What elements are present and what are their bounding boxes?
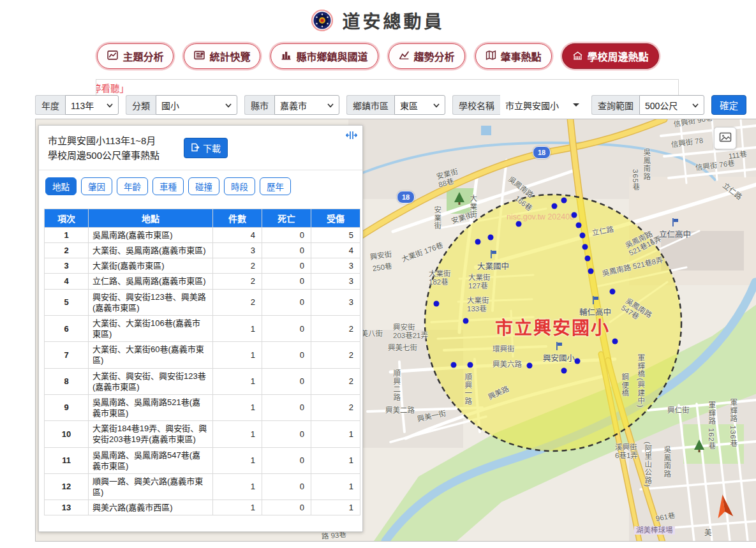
column-header: 死亡 — [262, 209, 311, 228]
accident-dot — [516, 221, 522, 227]
cell-value: 1 — [213, 500, 262, 515]
cell-rank: 12 — [45, 473, 89, 500]
nav-button-hotspot[interactable]: 肇事熱點 — [475, 43, 552, 69]
filter-label: 鄉鎮市區 — [346, 95, 394, 115]
street-label: 大業街 127巷 — [468, 274, 491, 290]
school-poi-label: 立仁高中 — [659, 228, 691, 240]
cell-location: 立仁路、吳鳳南路(嘉義市東區) — [89, 274, 213, 289]
panel-collapse-button[interactable] — [345, 130, 359, 143]
cell-value: 2 — [213, 258, 262, 274]
school-flag-icon — [543, 341, 575, 351]
accident-dot — [582, 244, 588, 250]
table-scroll-area[interactable]: 項次地點件數死亡受傷 1吳鳳南路(嘉義市東區)4052大業街、吳鳳南路(嘉義市東… — [44, 209, 361, 530]
cell-value: 0 — [262, 342, 311, 368]
nav-label: 統計快覽 — [209, 48, 250, 64]
filter-category-select[interactable]: 國小 — [156, 95, 237, 115]
map-icon — [485, 50, 496, 63]
page-header: 道安總動員 — [0, 5, 756, 36]
page-footer: 資料說明： 1. 學校周邊肇事熱點其事故案件並非僅該校學生，乃包含其餘一般民眾。 — [35, 542, 361, 548]
chevron-down-icon — [433, 100, 440, 110]
cell-location: 大業街、吳鳳南路(嘉義市東區) — [89, 243, 213, 258]
route-shield: 18 — [533, 146, 551, 159]
street-label: 大業街 133巷 — [467, 297, 489, 313]
tab-年齡[interactable]: 年齡 — [117, 177, 148, 195]
tab-時段[interactable]: 時段 — [224, 177, 255, 195]
street-label: 興美七街 — [388, 344, 417, 352]
basemap-toggle-button[interactable] — [714, 127, 736, 149]
street-label: 環興街 — [493, 345, 515, 353]
chevron-down-icon — [692, 100, 699, 110]
school-flag-icon — [659, 218, 691, 227]
accident-dot — [561, 368, 567, 374]
accident-dot — [580, 233, 586, 239]
cell-rank: 1 — [45, 228, 89, 243]
nav-button-stats[interactable]: 統計快覽 — [184, 43, 260, 69]
tab-車種[interactable]: 車種 — [152, 177, 184, 195]
filter-year: 年度113年 — [35, 95, 119, 115]
cell-value: 3 — [311, 274, 360, 289]
table-row: 8大業街、興安街、興安街123巷(嘉義市東區)102 — [45, 368, 360, 394]
results-panel: 市立興安國小113年1~8月 學校周邊500公尺肇事熱點 下載 地點肇因年齡車種… — [38, 125, 363, 532]
cell-value: 0 — [262, 421, 311, 447]
filter-label: 查詢範圍 — [591, 95, 639, 115]
filter-label: 縣市 — [244, 95, 274, 115]
filter-school-dropdown[interactable]: 市立興安國小 — [500, 95, 584, 115]
school-poi-label: 大業國中 — [477, 260, 509, 272]
school-icon — [572, 50, 583, 63]
street-label: 軍輝路 136巷 — [729, 399, 737, 447]
cell-value: 2 — [213, 274, 262, 289]
app: 道安總動員 主題分析統計快覽縣市鄉鎮與國道趨勢分析肇事熱點學校周邊熱點 停看聽」… — [0, 0, 756, 548]
cell-value: 2 — [311, 368, 360, 394]
cell-value: 2 — [213, 289, 262, 315]
column-header: 地點 — [89, 209, 213, 228]
tab-歷年[interactable]: 歷年 — [260, 177, 291, 195]
accident-dot — [610, 289, 616, 295]
cell-value: 0 — [262, 243, 311, 258]
tab-碰撞[interactable]: 碰撞 — [188, 177, 219, 195]
cell-location: 大業街、興安街、興安街123巷(嘉義市東區) — [89, 368, 213, 394]
cell-value: 1 — [213, 368, 262, 394]
street-label: 吳鳳南路 — [642, 149, 650, 181]
filter-district-select[interactable]: 東區 — [394, 95, 445, 115]
cell-value: 0 — [262, 473, 311, 500]
tab-地點[interactable]: 地點 — [45, 177, 77, 195]
cell-value: 1 — [213, 447, 262, 473]
cell-value: 1 — [213, 473, 262, 500]
cell-value: 1 — [311, 421, 360, 447]
nav-label: 學校周邊熱點 — [588, 48, 649, 64]
tab-肇因[interactable]: 肇因 — [81, 177, 112, 195]
nav-button-theme[interactable]: 主題分析 — [97, 43, 174, 69]
download-button[interactable]: 下載 — [184, 138, 228, 158]
main-nav: 主題分析統計快覽縣市鄉鎮與國道趨勢分析肇事熱點學校周邊熱點 — [0, 43, 756, 69]
filter-bar: 年度113年分類國小縣市嘉義市鄉鎮市區東區學校名稱市立興安國小查詢範圍500公尺… — [35, 95, 746, 115]
table-row: 1吳鳳南路(嘉義市東區)405 — [45, 228, 360, 243]
school-flag-icon — [579, 295, 611, 305]
filter-county-select[interactable]: 嘉義市 — [274, 95, 339, 115]
filter-value: 東區 — [400, 99, 418, 112]
table-row: 12順興一路、興美六路(嘉義市東區)101 — [45, 473, 360, 500]
announcement-marquee: 停看聽」 — [96, 79, 679, 95]
accident-dot — [572, 212, 577, 218]
filter-county: 縣市嘉義市 — [244, 95, 339, 115]
cell-rank: 7 — [45, 342, 89, 368]
filter-value: 國小 — [161, 99, 179, 112]
table-row: 11吳鳳南路、吳鳳南路547巷(嘉義市東區)101 — [45, 447, 360, 473]
filter-category: 分類國小 — [126, 95, 237, 115]
nav-button-school[interactable]: 學校周邊熱點 — [562, 43, 659, 69]
filter-range-select[interactable]: 500公尺 — [639, 95, 704, 115]
cell-rank: 13 — [45, 500, 89, 515]
filter-value: 嘉義市 — [280, 99, 307, 112]
table-row: 6大業街、大業街106巷(嘉義市東區)102 — [45, 315, 360, 341]
accident-dot — [588, 269, 594, 274]
table-row: 9吳鳳南路、吳鳳南路521巷(嘉義市東區)102 — [45, 394, 360, 420]
nav-label: 趨勢分析 — [414, 48, 455, 64]
marquee-text: 停看聽」 — [96, 81, 129, 94]
street-label: 順興一路 — [463, 373, 471, 405]
nav-button-county[interactable]: 縣市鄉鎮與國道 — [271, 43, 378, 69]
street-label: 順興二路 — [392, 369, 400, 401]
confirm-button[interactable]: 確定 — [711, 95, 746, 115]
filter-year-select[interactable]: 113年 — [65, 95, 119, 115]
cell-location: 大業街、大業街106巷(嘉義市東區) — [89, 315, 213, 341]
nav-button-trend[interactable]: 趨勢分析 — [389, 43, 465, 69]
street-label: 興安街 203巷21弄 — [393, 323, 428, 340]
